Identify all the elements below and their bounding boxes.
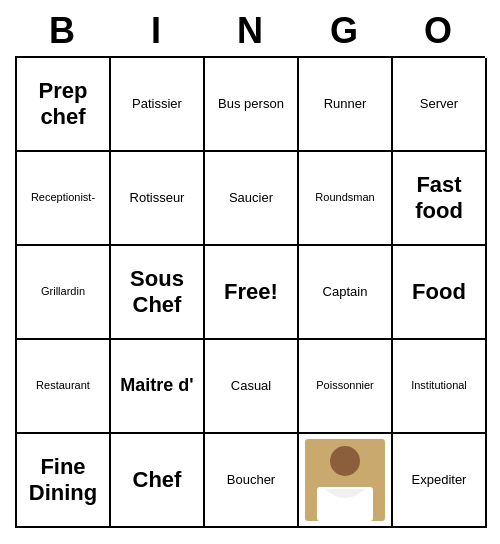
bingo-cell-22: Boucher: [205, 434, 299, 528]
bingo-cell-0: Prep chef: [17, 58, 111, 152]
bingo-cell-23: [299, 434, 393, 528]
letter-i: I: [109, 10, 203, 52]
bingo-title: B I N G O: [15, 10, 485, 52]
bingo-grid: Prep chefPatissierBus personRunnerServer…: [15, 56, 485, 528]
bingo-cell-12: Free!: [205, 246, 299, 340]
letter-n: N: [203, 10, 297, 52]
bingo-cell-5: Receptionist-: [17, 152, 111, 246]
bingo-cell-24: Expediter: [393, 434, 487, 528]
bingo-cell-8: Roundsman: [299, 152, 393, 246]
bingo-cell-3: Runner: [299, 58, 393, 152]
svg-point-1: [330, 446, 360, 476]
bingo-cell-18: Poissonnier: [299, 340, 393, 434]
letter-b: B: [15, 10, 109, 52]
bingo-cell-16: Maitre d': [111, 340, 205, 434]
bingo-cell-10: Grillardin: [17, 246, 111, 340]
bingo-cell-13: Captain: [299, 246, 393, 340]
letter-g: G: [297, 10, 391, 52]
bingo-cell-11: Sous Chef: [111, 246, 205, 340]
bingo-cell-6: Rotisseur: [111, 152, 205, 246]
bingo-cell-21: Chef: [111, 434, 205, 528]
bingo-cell-1: Patissier: [111, 58, 205, 152]
bingo-cell-19: Institutional: [393, 340, 487, 434]
bingo-cell-4: Server: [393, 58, 487, 152]
bingo-cell-17: Casual: [205, 340, 299, 434]
bingo-cell-15: Restaurant: [17, 340, 111, 434]
bingo-cell-20: Fine Dining: [17, 434, 111, 528]
bingo-cell-14: Food: [393, 246, 487, 340]
letter-o: O: [391, 10, 485, 52]
bingo-cell-7: Saucier: [205, 152, 299, 246]
bingo-cell-9: Fast food: [393, 152, 487, 246]
bingo-cell-2: Bus person: [205, 58, 299, 152]
